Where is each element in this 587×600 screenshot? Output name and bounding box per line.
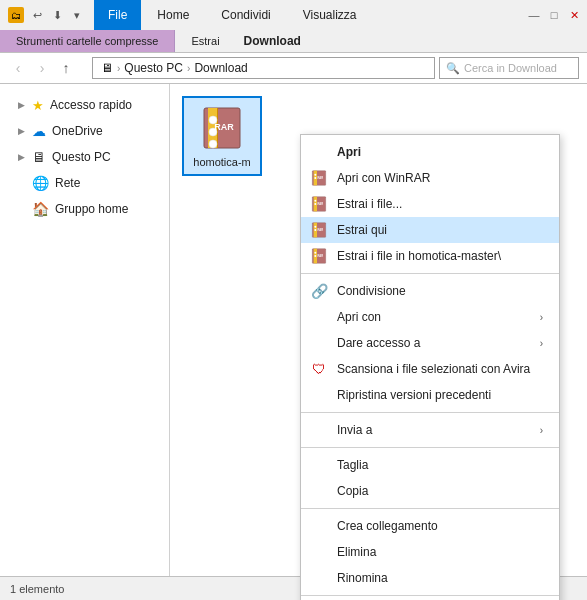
svg-point-19: [314, 226, 316, 228]
path-home-icon: 🖥: [101, 61, 113, 75]
svg-point-20: [314, 229, 316, 231]
maximize-button[interactable]: □: [545, 6, 563, 24]
cm-item-taglia[interactable]: Taglia: [301, 452, 559, 478]
computer-icon: 🖥: [32, 149, 46, 165]
cm-item-copia[interactable]: Copia: [301, 478, 559, 504]
expand-icon-rete: ▶: [16, 178, 26, 188]
star-icon: ★: [32, 98, 44, 113]
svg-point-25: [314, 255, 316, 257]
cm-item-rinomina[interactable]: Rinomina: [301, 565, 559, 591]
path-download[interactable]: Download: [194, 61, 247, 75]
cm-icon-ripristina: [309, 385, 329, 405]
cm-item-ripristina[interactable]: Ripristina versioni precedenti: [301, 382, 559, 408]
active-tab-label: Download: [236, 34, 587, 48]
file-item-homotica[interactable]: RAR homotica-m: [182, 96, 262, 176]
cm-icon-dare-accesso: [309, 333, 329, 353]
winrar-svg: RAR: [198, 104, 246, 152]
status-item-count: 1 elemento: [10, 583, 64, 595]
expand-icon-pc: ▶: [16, 152, 26, 162]
folder-app-icon: [8, 7, 24, 23]
content-area: RAR homotica-m Apri RAR: [170, 84, 587, 576]
properties-icon[interactable]: ⬇: [48, 6, 66, 24]
title-bar: ↩ ⬇ ▾ File Home Condividi Visualizza — □…: [0, 0, 587, 30]
tab-visualizza[interactable]: Visualizza: [287, 0, 373, 30]
cm-arrow-dare-accesso: ›: [540, 338, 543, 349]
cm-icon-estrai-qui: RAR: [309, 220, 329, 240]
cm-icon-estrai-file: RAR: [309, 194, 329, 214]
quick-access-icons: ↩ ⬇ ▾: [28, 6, 86, 24]
address-path[interactable]: 🖥 › Questo PC › Download: [92, 57, 435, 79]
cm-item-apri-con[interactable]: Apri con ›: [301, 304, 559, 330]
cm-arrow-invia-a: ›: [540, 425, 543, 436]
cm-separator-2: [301, 412, 559, 413]
close-button[interactable]: ✕: [565, 6, 583, 24]
cloud-icon: ☁: [32, 123, 46, 139]
cm-icon-apri-con: [309, 307, 329, 327]
ribbon-tabs: File Home Condividi Visualizza: [94, 0, 525, 30]
svg-point-15: [314, 203, 316, 205]
expand-icon: ▶: [16, 100, 26, 110]
ribbon-tool-group-compressed: Strumenti cartelle compresse: [0, 30, 175, 52]
file-name-label: homotica-m: [193, 156, 250, 168]
expand-icon-onedrive: ▶: [16, 126, 26, 136]
cm-item-invia-a[interactable]: Invia a ›: [301, 417, 559, 443]
cm-icon-apri: [309, 142, 329, 162]
cm-item-scansiona[interactable]: 🛡 Scansiona i file selezionati con Avira: [301, 356, 559, 382]
cm-icon-copia: [309, 481, 329, 501]
main-area: ▶ ★ Accesso rapido ▶ ☁ OneDrive ▶ 🖥 Ques…: [0, 84, 587, 576]
tab-condividi[interactable]: Condividi: [205, 0, 286, 30]
back-button[interactable]: ‹: [8, 58, 28, 78]
tab-file[interactable]: File: [94, 0, 141, 30]
cm-icon-avira: 🛡: [309, 359, 329, 379]
cm-item-apri[interactable]: Apri: [301, 139, 559, 165]
cm-item-dare-accesso[interactable]: Dare accesso a ›: [301, 330, 559, 356]
cm-item-condivisione[interactable]: 🔗 Condivisione: [301, 278, 559, 304]
svg-point-5: [209, 140, 217, 148]
cm-icon-condivisione: 🔗: [309, 281, 329, 301]
up-button[interactable]: ↑: [56, 58, 76, 78]
sidebar-item-gruppo-home[interactable]: ▶ 🏠 Gruppo home: [0, 196, 169, 222]
cm-item-estrai-in[interactable]: RAR Estrai i file in homotica-master\: [301, 243, 559, 269]
cm-icon-taglia: [309, 455, 329, 475]
context-menu: Apri RAR Apri con WinRAR: [300, 134, 560, 600]
undo-icon[interactable]: ↩: [28, 6, 46, 24]
sidebar-item-questo-pc[interactable]: ▶ 🖥 Questo PC: [0, 144, 169, 170]
cm-icon-winrar: RAR: [309, 168, 329, 188]
cm-icon-rinomina: [309, 568, 329, 588]
cm-item-elimina[interactable]: Elimina: [301, 539, 559, 565]
sidebar-item-rete[interactable]: ▶ 🌐 Rete: [0, 170, 169, 196]
cm-separator-3: [301, 447, 559, 448]
svg-point-14: [314, 200, 316, 202]
cm-arrow-apri-con: ›: [540, 312, 543, 323]
ribbon-tool-estrai[interactable]: Estrai: [175, 30, 235, 52]
network-icon: 🌐: [32, 175, 49, 191]
cm-item-crea-collegamento[interactable]: Crea collegamento: [301, 513, 559, 539]
cm-icon-estrai-in: RAR: [309, 246, 329, 266]
search-box[interactable]: 🔍 Cerca in Download: [439, 57, 579, 79]
cm-item-estrai-qui[interactable]: RAR Estrai qui: [301, 217, 559, 243]
cm-separator-5: [301, 595, 559, 596]
minimize-button[interactable]: —: [525, 6, 543, 24]
title-bar-left: ↩ ⬇ ▾: [0, 0, 94, 30]
sidebar-item-accesso-rapido[interactable]: ▶ ★ Accesso rapido: [0, 92, 169, 118]
svg-point-10: [314, 177, 316, 179]
sidebar-item-onedrive[interactable]: ▶ ☁ OneDrive: [0, 118, 169, 144]
dropdown-icon[interactable]: ▾: [68, 6, 86, 24]
window-controls: — □ ✕: [525, 0, 587, 30]
winrar-file-icon: RAR: [198, 104, 246, 152]
cm-separator-4: [301, 508, 559, 509]
svg-point-24: [314, 252, 316, 254]
ribbon-tools-bar: Strumenti cartelle compresse Estrai Down…: [0, 30, 587, 52]
cm-separator-1: [301, 273, 559, 274]
cm-item-estrai-file[interactable]: RAR Estrai i file...: [301, 191, 559, 217]
cm-icon-crea-collegamento: [309, 516, 329, 536]
address-bar: ‹ › ↑ 🖥 › Questo PC › Download 🔍 Cerca i…: [0, 52, 587, 84]
forward-button[interactable]: ›: [32, 58, 52, 78]
tab-home[interactable]: Home: [141, 0, 205, 30]
cm-icon-elimina: [309, 542, 329, 562]
cm-icon-invia-a: [309, 420, 329, 440]
cm-item-apri-winrar[interactable]: RAR Apri con WinRAR: [301, 165, 559, 191]
search-icon: 🔍: [446, 62, 460, 75]
home-icon: 🏠: [32, 201, 49, 217]
path-this-pc[interactable]: Questo PC: [124, 61, 183, 75]
